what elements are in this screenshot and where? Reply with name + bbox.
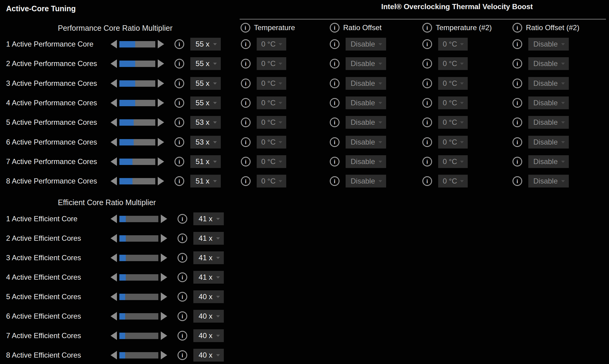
info-icon[interactable]: i (330, 79, 340, 88)
info-icon[interactable]: i (241, 137, 251, 147)
info-icon[interactable]: i (241, 176, 251, 186)
info-icon[interactable]: i (512, 157, 522, 166)
info-icon[interactable]: i (241, 59, 251, 68)
ratio-multiplier-dropdown[interactable]: 41 x (193, 271, 224, 284)
info-icon[interactable]: i (330, 39, 340, 49)
info-icon[interactable]: i (178, 331, 187, 341)
info-icon[interactable]: i (512, 59, 522, 68)
info-icon[interactable]: i (422, 59, 432, 68)
tvb-panel-title: Intel® Overclocking Thermal Velocity Boo… (381, 2, 533, 11)
ratio-multiplier-dropdown[interactable]: 41 x (193, 232, 224, 245)
ratio-offset-2-value: Disable (533, 99, 564, 107)
info-icon[interactable]: i (241, 98, 251, 108)
info-icon[interactable]: i (178, 272, 187, 282)
slider-decrease-button[interactable] (111, 331, 117, 340)
info-glyph: i (245, 100, 246, 106)
slider-increase-button[interactable] (161, 331, 167, 340)
info-icon[interactable]: i (422, 137, 432, 147)
info-icon[interactable]: i (330, 98, 340, 108)
slider-increase-button[interactable] (161, 273, 167, 282)
info-icon[interactable]: i (330, 59, 340, 68)
info-icon[interactable]: i (241, 157, 251, 166)
slider-increase-button[interactable] (161, 292, 167, 301)
slider-increase-button[interactable] (161, 215, 167, 223)
tvb-row: i 0 °C i Disable i 0 °C i Disable (0, 34, 609, 54)
info-glyph: i (181, 333, 183, 339)
ratio-multiplier-dropdown[interactable]: 41 x (193, 251, 224, 264)
chevron-down-icon (378, 82, 382, 85)
slider-decrease-button[interactable] (111, 292, 117, 301)
slider-track[interactable] (119, 333, 158, 339)
info-icon[interactable]: i (512, 176, 522, 186)
slider-track[interactable] (119, 274, 158, 281)
info-icon[interactable]: i (178, 292, 187, 302)
slider-increase-button[interactable] (161, 312, 167, 320)
ratio-multiplier-dropdown[interactable]: 40 x (193, 349, 224, 362)
info-icon[interactable]: i (330, 157, 340, 166)
info-icon[interactable]: i (241, 23, 250, 33)
slider-increase-button[interactable] (161, 254, 167, 262)
chevron-down-icon (216, 335, 220, 337)
info-icon[interactable]: i (241, 117, 251, 127)
info-icon[interactable]: i (178, 214, 187, 224)
info-icon[interactable]: i (178, 350, 187, 360)
info-icon[interactable]: i (422, 117, 432, 127)
info-icon[interactable]: i (512, 79, 522, 88)
slider-decrease-button[interactable] (111, 273, 117, 282)
info-icon[interactable]: i (422, 79, 432, 88)
info-glyph: i (181, 255, 183, 261)
info-icon[interactable]: i (512, 23, 522, 33)
core-ratio-row: 1 Active Efficient Core i 41 x (0, 209, 609, 229)
ratio-offset-2-dropdown: Disable (528, 57, 569, 70)
info-icon[interactable]: i (512, 137, 522, 147)
info-icon[interactable]: i (330, 176, 340, 186)
slider-track[interactable] (119, 352, 158, 359)
slider-track[interactable] (119, 294, 158, 300)
info-glyph: i (181, 294, 183, 300)
slider-decrease-button[interactable] (111, 234, 117, 243)
info-icon[interactable]: i (330, 137, 340, 147)
page-title: Active-Core Tuning (6, 4, 76, 13)
ratio-multiplier-dropdown[interactable]: 40 x (193, 329, 224, 342)
info-icon[interactable]: i (512, 39, 522, 49)
slider-decrease-button[interactable] (111, 254, 117, 262)
info-glyph: i (334, 139, 335, 145)
slider-fill (119, 274, 126, 281)
slider-decrease-button[interactable] (111, 312, 117, 320)
info-icon[interactable]: i (178, 253, 187, 263)
slider-track[interactable] (119, 255, 158, 261)
ratio-multiplier-dropdown[interactable]: 40 x (193, 290, 224, 303)
info-icon[interactable]: i (422, 23, 432, 33)
info-icon[interactable]: i (422, 39, 432, 49)
info-icon[interactable]: i (422, 98, 432, 108)
slider-increase-button[interactable] (161, 351, 167, 359)
slider-decrease-button[interactable] (111, 215, 117, 223)
info-icon[interactable]: i (330, 117, 340, 127)
info-glyph: i (516, 100, 518, 106)
info-icon[interactable]: i (241, 39, 251, 49)
info-icon[interactable]: i (178, 311, 187, 321)
slider-track[interactable] (119, 216, 158, 222)
chevron-down-icon (279, 82, 282, 85)
ratio-multiplier-dropdown[interactable]: 41 x (193, 212, 224, 225)
tvb-column-label: Ratio Offset (343, 23, 382, 32)
core-row-label: 8 Active Efficient Cores (6, 351, 81, 359)
slider-track[interactable] (119, 313, 158, 320)
info-icon[interactable]: i (422, 157, 432, 166)
slider-decrease-button[interactable] (111, 351, 117, 359)
info-icon[interactable]: i (330, 23, 340, 33)
info-glyph: i (426, 100, 428, 106)
core-ratio-row: 5 Active Efficient Cores i 40 x (0, 287, 609, 306)
info-icon[interactable]: i (422, 176, 432, 186)
info-icon[interactable]: i (241, 79, 251, 88)
info-icon[interactable]: i (178, 233, 187, 243)
info-icon[interactable]: i (512, 117, 522, 127)
ratio-multiplier-dropdown[interactable]: 40 x (193, 310, 224, 323)
slider-track[interactable] (119, 235, 158, 242)
slider-fill (119, 333, 125, 339)
slider-increase-button[interactable] (161, 234, 167, 243)
ratio-offset-value: Disable (350, 59, 381, 68)
temperature-2-dropdown: 0 °C (438, 116, 468, 129)
info-icon[interactable]: i (512, 98, 522, 108)
chevron-down-icon (460, 63, 464, 65)
